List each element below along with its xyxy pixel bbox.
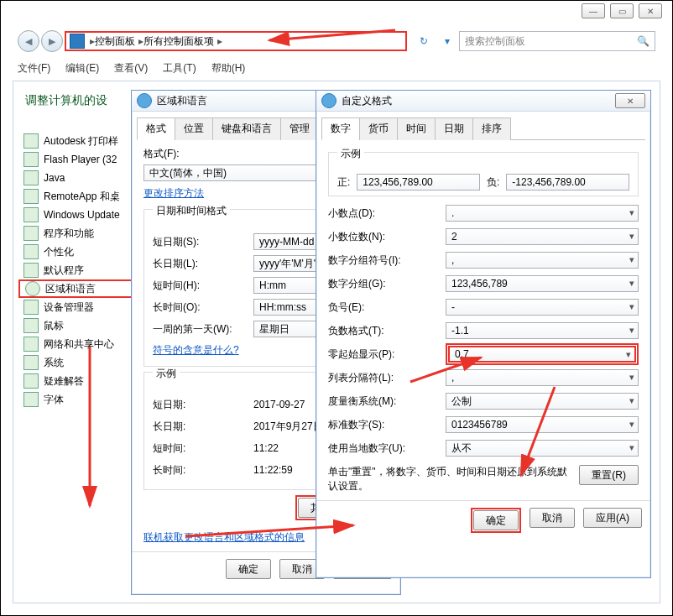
combo-value: H:mm xyxy=(259,279,286,291)
number-setting-row: 列表分隔符(L):, xyxy=(328,366,639,389)
setting-combo[interactable]: 123,456,789 xyxy=(446,275,639,292)
personalize-icon xyxy=(23,244,39,259)
breadcrumb-item[interactable]: 控制面板▸ xyxy=(95,34,143,49)
first-day-label: 一周的第一天(W): xyxy=(153,322,253,337)
combo-value: 0.7 xyxy=(455,348,469,360)
cancel-button[interactable]: 取消 xyxy=(530,508,575,528)
mouse-icon xyxy=(23,318,39,333)
list-item[interactable]: Java xyxy=(18,169,144,187)
tab-date[interactable]: 日期 xyxy=(435,117,473,140)
page-title: 调整计算机的设 xyxy=(25,93,107,108)
ex-long-time-label: 长时间: xyxy=(153,463,253,478)
number-setting-row: 小数点(D):. xyxy=(328,201,639,225)
list-item[interactable]: Windows Update xyxy=(18,206,144,224)
tab-format[interactable]: 格式 xyxy=(137,117,175,140)
tab-admin[interactable]: 管理 xyxy=(280,117,319,140)
nav-back-button[interactable]: ◀ xyxy=(18,30,39,52)
list-item-label: Windows Update xyxy=(44,209,120,221)
minimize-button[interactable]: — xyxy=(582,3,605,18)
online-info-link[interactable]: 联机获取更改语言和区域格式的信息 xyxy=(143,531,305,543)
menu-view[interactable]: 查看(V) xyxy=(114,61,148,76)
setting-combo[interactable]: 0123456789 xyxy=(446,416,639,433)
device-manager-icon xyxy=(23,300,39,315)
combo-value: HH:mm:ss xyxy=(259,301,306,313)
list-item-region-language[interactable]: 区域和语言 xyxy=(18,279,144,298)
symbols-meaning-link[interactable]: 符号的含意是什么? xyxy=(153,344,239,356)
number-setting-row: 数字分组(G):123,456,789 xyxy=(328,272,639,295)
combo-value: 星期日 xyxy=(259,322,290,337)
list-item[interactable]: 默认程序 xyxy=(18,261,144,279)
number-setting-row: 数字分组符号(I):, xyxy=(328,248,639,272)
setting-combo[interactable]: , xyxy=(446,252,639,269)
ok-button[interactable]: 确定 xyxy=(473,510,519,530)
list-item[interactable]: 个性化 xyxy=(18,243,144,261)
setting-combo[interactable]: - xyxy=(446,299,639,316)
explorer-navbar: ◀ ▶ ▸ 控制面板▸ 所有控制面板项▸ ↻ ▾ 搜索控制面板 🔍 xyxy=(18,29,655,53)
menu-tools[interactable]: 工具(T) xyxy=(163,61,196,76)
list-item-label: 默认程序 xyxy=(44,264,84,278)
refresh-button[interactable]: ↻ xyxy=(415,33,432,50)
long-date-label: 长日期(L): xyxy=(153,257,253,271)
menubar: 文件(F) 编辑(E) 查看(V) 工具(T) 帮助(H) xyxy=(18,61,245,76)
menu-file[interactable]: 文件(F) xyxy=(18,61,50,76)
setting-label: 使用当地数字(U): xyxy=(328,441,446,456)
default-programs-icon xyxy=(23,263,39,278)
setting-label: 度量衡系统(M): xyxy=(328,394,446,409)
close-button[interactable]: ✕ xyxy=(639,3,662,18)
list-item[interactable]: 疑难解答 xyxy=(18,372,144,390)
list-item[interactable]: RemoteApp 和桌 xyxy=(18,187,144,206)
reset-button[interactable]: 重置(R) xyxy=(579,465,639,485)
list-item[interactable]: 网络和共享中心 xyxy=(18,335,144,353)
custom-tabs: 数字 货币 时间 日期 排序 xyxy=(321,117,645,140)
tab-keyboard[interactable]: 键盘和语言 xyxy=(212,117,281,140)
setting-combo[interactable]: , xyxy=(446,369,639,386)
tab-time[interactable]: 时间 xyxy=(397,117,436,140)
ok-button[interactable]: 确定 xyxy=(226,559,271,579)
history-dropdown[interactable]: ▾ xyxy=(439,33,456,50)
list-item[interactable]: 鼠标 xyxy=(18,316,144,335)
breadcrumb-item[interactable]: 所有控制面板项▸ xyxy=(143,34,222,49)
combo-value: -1.1 xyxy=(451,325,469,337)
list-item[interactable]: Autodesk 打印样 xyxy=(18,132,144,150)
setting-label: 负数格式(T): xyxy=(328,324,446,338)
list-item-label: 个性化 xyxy=(44,245,74,259)
list-item-label: 字体 xyxy=(44,393,64,407)
setting-label: 小数点(D): xyxy=(328,206,446,221)
troubleshoot-icon xyxy=(23,373,39,389)
nav-forward-button[interactable]: ▶ xyxy=(41,30,63,52)
apply-button[interactable]: 应用(A) xyxy=(583,508,642,528)
setting-label: 零起始显示(P): xyxy=(328,347,446,362)
flash-icon xyxy=(23,152,39,167)
list-item-label: Autodesk 打印样 xyxy=(44,134,118,149)
list-item[interactable]: Flash Player (32 xyxy=(18,150,144,169)
setting-combo[interactable]: 从不 xyxy=(446,440,639,457)
setting-combo[interactable]: . xyxy=(446,205,639,222)
negative-label: 负: xyxy=(487,175,499,190)
setting-combo[interactable]: -1.1 xyxy=(446,322,639,339)
change-sort-link[interactable]: 更改排序方法 xyxy=(143,187,204,199)
content-pane: 调整计算机的设 Autodesk 打印样 Flash Player (32 Ja… xyxy=(13,81,660,603)
dialog-close-button[interactable]: ✕ xyxy=(615,93,645,108)
tab-number[interactable]: 数字 xyxy=(321,117,360,140)
tab-sort[interactable]: 排序 xyxy=(472,117,511,140)
tab-currency[interactable]: 货币 xyxy=(359,117,398,140)
list-item[interactable]: 系统 xyxy=(18,353,144,372)
setting-combo[interactable]: 0.7 xyxy=(448,346,636,363)
number-setting-row: 标准数字(S):0123456789 xyxy=(328,413,639,436)
list-item-label: 疑难解答 xyxy=(44,374,84,389)
menu-help[interactable]: 帮助(H) xyxy=(211,61,246,76)
tab-location[interactable]: 位置 xyxy=(175,117,213,140)
positive-label: 正: xyxy=(337,175,350,190)
search-input[interactable]: 搜索控制面板 🔍 xyxy=(459,31,655,51)
menu-edit[interactable]: 编辑(E) xyxy=(65,61,99,76)
list-item[interactable]: 程序和功能 xyxy=(18,224,144,243)
list-item-label: Java xyxy=(44,172,65,184)
list-item[interactable]: 字体 xyxy=(18,390,144,409)
list-item[interactable]: 设备管理器 xyxy=(18,298,144,316)
setting-combo[interactable]: 2 xyxy=(446,228,639,245)
setting-combo[interactable]: 公制 xyxy=(446,393,639,410)
number-setting-row: 负号(E):- xyxy=(328,295,639,319)
breadcrumb[interactable]: ▸ 控制面板▸ 所有控制面板项▸ xyxy=(65,31,407,51)
windows-update-icon xyxy=(23,207,39,222)
maximize-button[interactable]: ▭ xyxy=(610,3,634,18)
